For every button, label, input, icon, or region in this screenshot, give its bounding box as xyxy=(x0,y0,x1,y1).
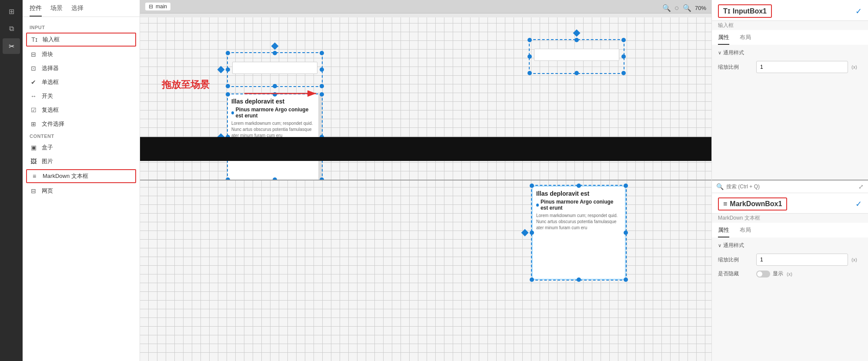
handle-bc2[interactable] xyxy=(273,177,277,180)
canvas-top-content[interactable]: 拖放至场景 xyxy=(140,17,711,180)
switch-icon: ↔ xyxy=(30,93,37,100)
drag-arrow xyxy=(244,85,323,104)
check-mark-top[interactable]: ✓ xyxy=(855,7,862,16)
component-switch[interactable]: ↔ 开关 xyxy=(23,89,140,103)
widget-markdown-bottom[interactable]: Illas deploravit est Pinus marmore Argo … xyxy=(531,185,627,281)
tab-scenes[interactable]: 场景 xyxy=(50,4,63,17)
prop-scale-suffix-top: (x) xyxy=(851,64,862,70)
handle-diamond-left[interactable] xyxy=(217,66,225,74)
handle-bl[interactable] xyxy=(226,84,230,88)
handle-ml4[interactable] xyxy=(530,231,534,235)
tool-icon[interactable]: ✂ xyxy=(3,38,20,54)
md-body-top: Lorem markdownum cum; respondet quid. Nu… xyxy=(231,120,315,139)
component-slider[interactable]: ⊟ 滑块 xyxy=(23,47,140,61)
canvas-top-tabbar: ⊟ main xyxy=(140,0,711,13)
handle-tl2[interactable] xyxy=(226,92,230,97)
handle-bl3[interactable] xyxy=(527,71,532,75)
tab-controls[interactable]: 控件 xyxy=(30,4,42,17)
image-label: 图片 xyxy=(42,157,53,165)
input-widget-placed[interactable] xyxy=(534,49,619,61)
handle-mr4[interactable] xyxy=(624,231,628,235)
component-checkbox[interactable]: ☑ 复选框 xyxy=(23,103,140,117)
right-bottom-header: ≡ MarkDownBox1 ✓ xyxy=(712,193,868,214)
component-file-select[interactable]: ⊞ 文件选择 xyxy=(23,117,140,131)
handle-diamond-placed-top[interactable] xyxy=(573,30,581,37)
markdownbox-name-box: ≡ MarkDownBox1 xyxy=(718,197,787,211)
layers-icon[interactable]: ⧉ xyxy=(3,21,20,37)
handle-tl[interactable] xyxy=(226,51,230,55)
section-style-top: 通用样式 xyxy=(718,49,862,57)
canvas-bottom-content[interactable]: Illas deploravit est Pinus marmore Argo … xyxy=(140,180,711,361)
prop-scale-label-bottom: 缩放比例 xyxy=(718,256,753,264)
component-image[interactable]: 🖼 图片 xyxy=(23,154,140,168)
component-webpage[interactable]: ⊟ 网页 xyxy=(23,184,140,198)
check-mark-bottom[interactable]: ✓ xyxy=(855,199,862,209)
inputbox-icon: Tɪ xyxy=(30,36,38,43)
zoom-out-button[interactable]: 🔍 xyxy=(662,4,671,12)
grid-icon[interactable]: ⊞ xyxy=(3,3,20,19)
handle-tl4[interactable] xyxy=(530,184,534,188)
handle-ml[interactable] xyxy=(226,67,230,72)
handle-tr3[interactable] xyxy=(621,38,626,42)
handle-diamond-bottom-left[interactable] xyxy=(521,229,529,237)
input-widget-inner[interactable] xyxy=(232,62,317,74)
handle-tr4[interactable] xyxy=(624,184,628,188)
component-input-box[interactable]: Tɪ 输入框 xyxy=(26,33,136,47)
canvas-top-toolbar: 🔍 ○ 🔍 70% xyxy=(662,3,706,13)
drag-label: 拖放至场景 xyxy=(162,78,210,91)
handle-tc[interactable] xyxy=(273,51,277,55)
handle-bc3[interactable] xyxy=(574,71,579,75)
toggle-hidden[interactable] xyxy=(756,271,770,277)
handle-diamond-top[interactable] xyxy=(271,43,279,50)
widget-input-dragging[interactable] xyxy=(227,52,323,87)
search-icon: 🔍 xyxy=(716,183,724,190)
handle-tc3[interactable] xyxy=(574,38,579,42)
component-selector[interactable]: ⊡ 选择器 xyxy=(23,61,140,75)
webpage-icon: ⊟ xyxy=(30,187,37,194)
md-body-bottom: Lorem markdownum cum; respondet quid. Nu… xyxy=(536,213,621,231)
handle-tc4[interactable] xyxy=(577,184,581,188)
prop-scale-label-top: 缩放比例 xyxy=(718,64,753,71)
search-input[interactable] xyxy=(726,184,856,190)
slider-icon: ⊟ xyxy=(30,51,37,58)
markdown-label: MarkDown 文本框 xyxy=(43,172,88,180)
handle-ml3[interactable] xyxy=(527,54,532,59)
handle-bl2[interactable] xyxy=(226,177,230,180)
handle-mr3[interactable] xyxy=(621,54,626,59)
component-box[interactable]: ▣ 盒子 xyxy=(23,140,140,154)
left-panel-header: 控件 场景 选择 xyxy=(23,0,140,17)
md-dot-top xyxy=(231,111,234,114)
canvas-top: ⊟ main 🔍 ○ 🔍 70% 拖放至场景 xyxy=(140,0,711,180)
handle-mr[interactable] xyxy=(320,67,324,72)
right-top-header-left: Tɪ InputBox1 xyxy=(718,4,772,18)
expand-button[interactable]: ⤢ xyxy=(858,183,864,190)
toggle-dot-hidden xyxy=(757,271,762,277)
section-input-label: INPUT xyxy=(23,22,140,32)
handle-bc4[interactable] xyxy=(577,277,581,282)
right-bottom-header-left: ≡ MarkDownBox1 xyxy=(718,197,787,211)
tab-props-top[interactable]: 属性 xyxy=(718,33,729,45)
canvas-top-tab-main[interactable]: ⊟ main xyxy=(145,3,170,10)
tab-layout-top[interactable]: 布局 xyxy=(740,33,751,45)
handle-br3[interactable] xyxy=(621,71,626,75)
radio-label: 单选框 xyxy=(42,78,59,86)
box-icon: ▣ xyxy=(30,144,37,151)
tab-select[interactable]: 选择 xyxy=(71,4,83,17)
component-markdown[interactable]: ≡ MarkDown 文本框 xyxy=(26,169,136,183)
selector-icon: ⊡ xyxy=(30,65,37,72)
handle-br2[interactable] xyxy=(320,177,324,180)
handle-tr[interactable] xyxy=(320,51,324,55)
handle-bl4[interactable] xyxy=(530,277,534,282)
tab-layout-bottom[interactable]: 布局 xyxy=(740,226,751,237)
prop-scale-input-top[interactable] xyxy=(756,61,848,73)
tab-props-bottom[interactable]: 属性 xyxy=(718,226,729,237)
zoom-in-button[interactable]: 🔍 xyxy=(683,4,691,12)
canvas-bottom: 🔍 ○ 🔍 70% xyxy=(140,180,711,361)
toggle-wrap-hidden: 显示 xyxy=(756,270,783,277)
right-top-section: 通用样式 缩放比例 (x) xyxy=(712,45,868,180)
prop-scale-input-bottom[interactable] xyxy=(756,254,848,266)
widget-input-placed[interactable] xyxy=(529,39,624,74)
handle-tl3[interactable] xyxy=(527,38,532,42)
component-radio[interactable]: ✔ 单选框 xyxy=(23,75,140,89)
handle-br4[interactable] xyxy=(624,277,628,282)
